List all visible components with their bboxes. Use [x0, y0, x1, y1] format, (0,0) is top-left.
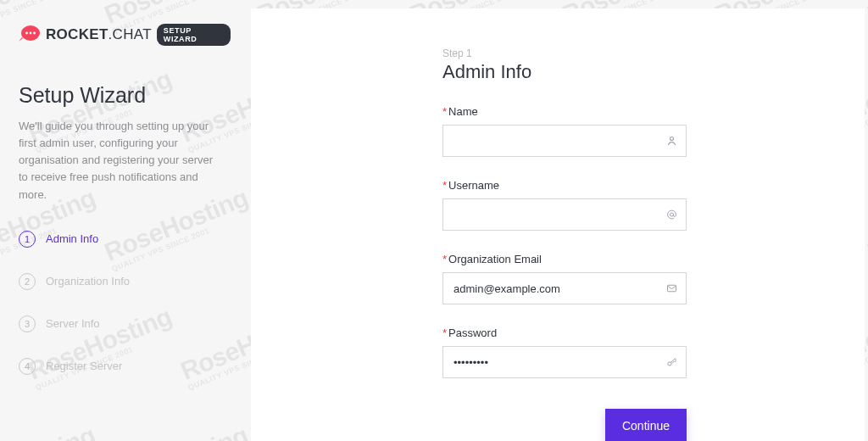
sidebar-title: Setup Wizard [19, 83, 231, 108]
svg-point-2 [30, 32, 32, 35]
step-number: 2 [19, 273, 36, 290]
email-label: *Organization Email [442, 253, 542, 265]
sidebar: ROCKET.CHAT SETUP WIZARD Setup Wizard We… [0, 0, 251, 441]
step-counter: Step 1 [442, 47, 687, 59]
step-number: 1 [19, 231, 36, 248]
step-label: Admin Info [46, 232, 98, 245]
name-input[interactable] [442, 125, 687, 157]
step-admin-info[interactable]: 1 Admin Info [19, 226, 231, 253]
step-label: Server Info [46, 317, 100, 330]
page-title: Admin Info [442, 61, 687, 83]
key-icon[interactable] [665, 356, 678, 369]
step-number: 4 [19, 358, 36, 375]
step-number: 3 [19, 315, 36, 332]
username-label: *Username [442, 179, 499, 192]
user-icon [665, 135, 678, 148]
at-icon [665, 209, 678, 221]
svg-point-3 [33, 32, 36, 35]
main-panel: Step 1 Admin Info *Name *Username [251, 8, 865, 441]
step-label: Register Server [46, 360, 122, 372]
continue-button[interactable]: Continue [605, 409, 687, 441]
mail-icon [665, 282, 678, 295]
password-input[interactable] [442, 346, 687, 378]
name-label: *Name [442, 105, 478, 118]
step-register-server[interactable]: 4 Register Server [19, 353, 231, 380]
password-label: *Password [442, 327, 497, 339]
setup-wizard-badge: SETUP WIZARD [157, 24, 231, 46]
field-name: *Name [442, 103, 687, 157]
step-server-info[interactable]: 3 Server Info [19, 310, 231, 338]
sidebar-description: We'll guide you through setting up your … [19, 118, 222, 204]
step-list: 1 Admin Info 2 Organization Info 3 Serve… [19, 226, 231, 380]
step-organization-info[interactable]: 2 Organization Info [19, 268, 231, 295]
step-label: Organization Info [46, 275, 130, 287]
username-input[interactable] [442, 198, 687, 231]
svg-point-5 [670, 213, 674, 216]
brand-icon [19, 24, 41, 46]
brand-wordmark: ROCKET.CHAT [46, 26, 152, 43]
svg-point-7 [668, 362, 671, 366]
organization-email-input[interactable] [442, 272, 687, 304]
svg-point-1 [25, 32, 28, 35]
svg-rect-6 [668, 285, 676, 292]
field-password: *Password [442, 325, 687, 378]
field-username: *Username [442, 177, 687, 231]
brand: ROCKET.CHAT SETUP WIZARD [19, 24, 231, 46]
svg-point-4 [670, 137, 674, 141]
field-organization-email: *Organization Email [442, 251, 687, 304]
